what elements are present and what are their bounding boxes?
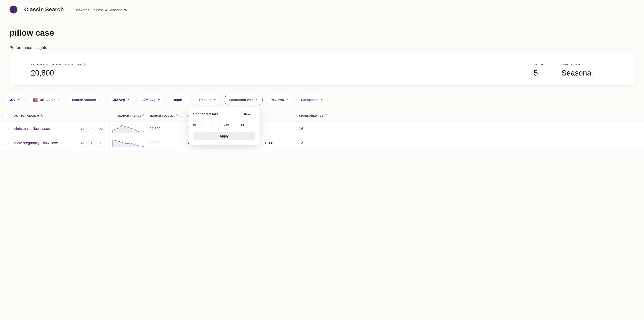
info-icon[interactable]: i — [175, 114, 178, 117]
search-icon-button[interactable] — [98, 139, 106, 147]
keyword-link[interactable]: meiz pregnancy pillow case — [14, 141, 76, 145]
metric-appearance-value: Seasonal — [562, 69, 613, 77]
min-label: MIN — [193, 124, 198, 126]
search-icon-button[interactable] — [98, 125, 106, 133]
info-icon[interactable]: i — [83, 63, 86, 66]
page-header-title: Classic Search — [24, 6, 64, 13]
min-input[interactable] — [200, 121, 221, 129]
chart-icon-button[interactable] — [78, 139, 86, 147]
col-amazon-search[interactable]: AMAZON SEARCH — [14, 114, 39, 117]
max-label: MAX — [224, 124, 229, 126]
page-one-button[interactable]: P1 — [88, 125, 96, 133]
cell-search-volume: 20,800 — [147, 141, 183, 145]
sponsored-ads-popover: Sponsored Ads Reset MIN MAX Apply — [188, 107, 260, 145]
chevron-down-icon — [158, 98, 160, 102]
info-icon[interactable]: i — [142, 114, 145, 117]
csv-export-button[interactable]: CSV — [4, 95, 25, 105]
filter-3m-avg[interactable]: 3M Avg — [108, 95, 134, 105]
apply-button[interactable]: Apply — [193, 132, 255, 140]
chevron-down-icon — [286, 98, 289, 102]
cell-sponsored-ads: 12 — [296, 136, 329, 150]
chart-icon-button[interactable] — [78, 125, 86, 133]
country-selector[interactable]: US 175,322 — [28, 95, 64, 105]
col-search-volume[interactable]: SEARCH VOLUME — [150, 114, 174, 117]
chevron-down-icon — [57, 98, 60, 102]
table-row: meiz pregnancy pillow case P1 — [0, 136, 644, 150]
country-count: 175,322 — [46, 98, 55, 101]
table-header-row: AMAZON SEARCH i SEARCH TRENDS i SEARCH V… — [0, 110, 644, 122]
filter-12m-avg[interactable]: 12M Avg — [137, 95, 165, 105]
svg-point-10 — [100, 142, 102, 144]
sparkline — [110, 122, 147, 136]
cell-search-volume: 22,500 — [147, 127, 183, 131]
col-sponsored-ads[interactable]: SPONSORED ADS — [299, 114, 324, 117]
info-icon[interactable]: i — [40, 114, 43, 117]
metric-depth-label: DEPTH — [534, 63, 543, 66]
reset-button[interactable]: Reset — [241, 111, 255, 117]
brand-dot — [10, 5, 18, 13]
sparkline — [110, 136, 147, 150]
filter-depth[interactable]: Depth — [168, 95, 192, 105]
row-checkbox[interactable] — [2, 140, 9, 146]
chevron-down-icon — [184, 98, 187, 102]
chevron-down-icon — [320, 98, 323, 102]
metric-search-volume-value: 20,800 — [31, 69, 534, 77]
sort-descending-icon[interactable]: ↓ — [180, 114, 181, 117]
page-header-subtitle: Keywords, Volume, & Seasonality — [74, 8, 127, 12]
filter-search-volume[interactable]: Search Volume — [68, 95, 106, 105]
filter-results[interactable]: Results — [195, 95, 220, 105]
popover-title: Sponsored Ads — [193, 112, 241, 116]
cell-hidden-3: < 100 — [260, 136, 276, 150]
insights-section-label: Performance Insights — [10, 45, 634, 50]
filter-categories[interactable]: Categories — [296, 95, 328, 105]
filter-sponsored-ads[interactable]: Sponsored Ads Sponsored Ads Reset MIN MA… — [224, 95, 263, 105]
info-icon[interactable]: i — [324, 114, 327, 117]
keyword-title: pillow case — [10, 28, 634, 37]
metric-depth-value: 5 — [534, 69, 562, 77]
csv-label: CSV — [8, 98, 16, 102]
metric-appearance-label: APPEARANCE — [562, 63, 580, 66]
metric-search-volume-label: SEARCH VOLUME FOR 'PILLOW CASE' — [31, 63, 82, 66]
col-search-trends[interactable]: SEARCH TRENDS — [118, 114, 141, 117]
chevron-down-icon — [18, 98, 20, 102]
filter-reviews[interactable]: Reviews — [266, 95, 293, 105]
chevron-down-icon — [214, 98, 216, 102]
page-one-button[interactable]: P1 — [88, 139, 96, 147]
select-all-checkbox[interactable] — [2, 113, 9, 119]
chevron-down-icon — [98, 98, 101, 102]
svg-line-5 — [102, 129, 103, 130]
max-input[interactable] — [232, 121, 252, 129]
chevron-up-icon — [255, 98, 258, 102]
insights-card: SEARCH VOLUME FOR 'PILLOW CASE' i 20,800… — [10, 54, 634, 85]
chevron-down-icon — [127, 98, 130, 102]
row-checkbox[interactable] — [2, 126, 9, 132]
us-flag-icon — [32, 98, 38, 102]
table-row: christmas pillow cases P1 — [0, 122, 644, 136]
keyword-link[interactable]: christmas pillow cases — [14, 127, 76, 131]
svg-line-11 — [102, 144, 103, 145]
svg-point-4 — [100, 128, 102, 129]
cell-sponsored-ads: 14 — [296, 122, 329, 136]
country-code: US — [40, 98, 44, 102]
